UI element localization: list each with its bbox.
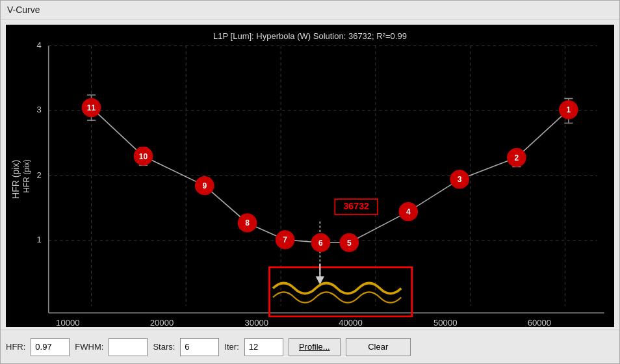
stars-input[interactable] — [180, 338, 219, 356]
svg-text:4: 4 — [406, 207, 411, 216]
svg-text:2: 2 — [36, 170, 41, 180]
svg-text:6: 6 — [318, 239, 323, 248]
iter-input[interactable] — [244, 338, 283, 356]
profile-button[interactable]: Profile... — [289, 338, 341, 356]
hfr-input[interactable] — [31, 338, 70, 356]
svg-text:30000: 30000 — [245, 318, 269, 327]
svg-text:3: 3 — [36, 105, 41, 114]
svg-text:8: 8 — [245, 218, 250, 228]
svg-text:11: 11 — [87, 103, 96, 112]
svg-text:7: 7 — [283, 235, 287, 244]
svg-text:60000: 60000 — [528, 318, 552, 327]
main-window: V-Curve L1P [Lum]: Hyperbola (W) Solutio… — [0, 0, 620, 364]
fwhm-label: FWHM: — [75, 342, 103, 352]
svg-text:20000: 20000 — [150, 318, 174, 327]
svg-text:10000: 10000 — [56, 318, 80, 327]
chart-svg: 4 3 2 1 10000 20000 30000 40000 50000 60… — [6, 25, 614, 327]
svg-text:2: 2 — [514, 153, 519, 162]
title-text: V-Curve — [7, 5, 40, 15]
y-axis-label: HFR (pix) — [22, 159, 31, 192]
svg-text:5: 5 — [347, 239, 352, 248]
status-bar: HFR: FWHM: Stars: Iter: Profile... Clear — [1, 330, 619, 363]
hfr-label: HFR: — [6, 342, 25, 352]
svg-text:9: 9 — [202, 181, 207, 190]
svg-text:50000: 50000 — [433, 318, 458, 327]
stars-label: Stars: — [153, 342, 175, 352]
svg-text:1: 1 — [566, 105, 571, 114]
chart-area: L1P [Lum]: Hyperbola (W) Solution: 36732… — [6, 25, 614, 327]
fwhm-input[interactable] — [109, 338, 148, 356]
svg-text:4: 4 — [36, 40, 41, 50]
svg-text:36732: 36732 — [343, 201, 369, 211]
clear-button[interactable]: Clear — [346, 338, 411, 356]
svg-text:10: 10 — [139, 152, 148, 161]
svg-text:1: 1 — [36, 235, 41, 244]
svg-text:40000: 40000 — [339, 318, 363, 327]
chart-title: L1P [Lum]: Hyperbola (W) Solution: 36732… — [6, 31, 614, 41]
svg-text:3: 3 — [458, 175, 462, 184]
svg-text:HFR (pix): HFR (pix) — [10, 160, 21, 199]
window-title: V-Curve — [1, 1, 619, 20]
iter-label: Iter: — [224, 342, 239, 352]
